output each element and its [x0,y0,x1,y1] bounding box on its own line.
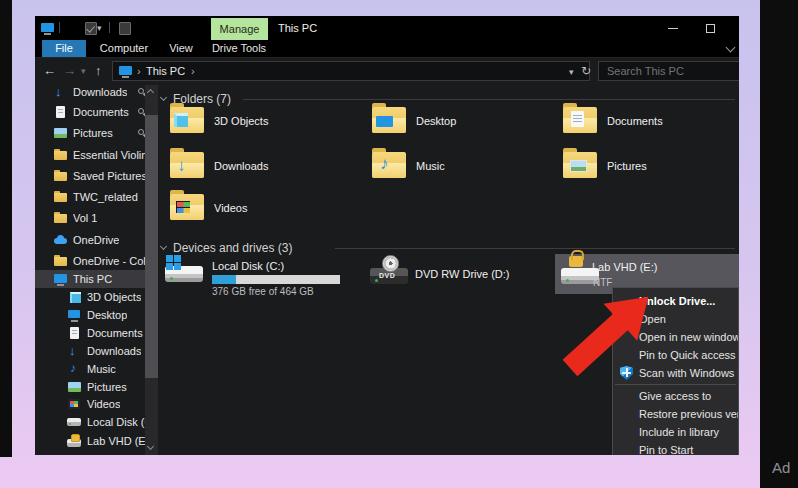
sidebar-item-onedrive-colant[interactable]: OneDrive - Colant [35,252,147,270]
desktop-icon [67,308,82,322]
folder-tile-pictures[interactable]: Pictures [563,148,739,184]
disk-capacity-text: 376 GB free of 464 GB [212,286,314,297]
qat-dropdown-caret-icon[interactable]: ▾ [97,23,102,33]
this-pc-icon [40,21,55,35]
picture-icon [570,160,587,172]
sidebar-item-twc-related[interactable]: TWC_related [35,188,147,206]
download-icon [53,85,68,99]
section-rule [243,99,735,100]
disc-icon [382,255,399,272]
sidebar-item-downloads[interactable]: Downloads [35,83,147,101]
disk-capacity-bar [212,275,340,284]
sidebar-item-saved-pictures[interactable]: Saved Pictures [35,167,147,185]
folder-tile-desktop[interactable]: Desktop [372,103,562,139]
folders-collapse-chevron-icon[interactable] [160,94,167,101]
folder-icon [53,148,68,162]
picture-icon [67,380,82,394]
music-icon [67,362,82,376]
breadcrumb-this-pc[interactable]: This PC [146,65,185,77]
sidebar-scrollbar-thumb[interactable] [145,115,158,378]
sidebar-item-lab-vhd-e[interactable]: Lab VHD (E:) [35,432,147,450]
document-icon [53,105,68,119]
folder-icon [563,107,597,133]
disk-capacity-bar-fill [212,275,236,284]
red-annotation-arrow [560,278,700,393]
desktop-icon [376,116,393,127]
sidebar-item-music[interactable]: Music [35,360,147,378]
sidebar-item-this-pc[interactable]: This PC [35,270,147,288]
sidebar-item-onedrive[interactable]: OneDrive [35,231,147,249]
menu-item-restore-versions[interactable]: Restore previous versions [613,405,738,423]
forward-button[interactable]: → [63,63,76,78]
refresh-icon[interactable]: ↻ [581,64,591,78]
folder-icon [53,169,68,183]
qat-separator [109,22,110,33]
tab-file[interactable]: File [42,40,86,57]
video-icon [67,397,82,411]
explorer-window: ▾ Manage This PC File Computer View Driv… [35,16,739,455]
lock-icon [569,256,583,267]
computer-icon [53,272,68,286]
tab-drive-tools[interactable]: Drive Tools [207,40,271,57]
breadcrumb-separator: › [137,65,141,77]
drive-tile-local-disk-c[interactable]: Local Disk (C:) 376 GB free of 464 GB [163,256,363,296]
sidebar-item-downloads-pc[interactable]: Downloads [35,342,147,360]
video-icon [176,201,190,213]
back-button[interactable]: ← [43,63,56,78]
new-folder-icon[interactable] [117,21,132,35]
devices-section-header[interactable]: Devices and drives (3) [173,241,292,255]
devices-collapse-chevron-icon[interactable] [160,243,167,250]
folder-icon [53,190,68,204]
folder-tile-music[interactable]: ♪ Music [372,148,562,184]
folder-tile-documents[interactable]: Documents [563,103,739,139]
sidebar-item-videos[interactable]: Videos [35,395,147,413]
folder-tile-3d-objects[interactable]: 3D Objects [170,103,360,139]
cloud-icon [53,233,68,247]
sidebar-item-local-disk-c[interactable]: Local Disk (C:) [35,413,147,431]
sidebar-item-desktop[interactable]: Desktop [35,306,147,324]
breadcrumb-separator: › [191,65,195,77]
folder-icon [53,211,68,225]
tab-view[interactable]: View [159,40,203,57]
page-frame: Ad ▾ Manage This PC File Computer View D… [0,0,798,488]
menu-item-pin-to-start[interactable]: Pin to Start [613,441,738,455]
music-icon: ♪ [380,154,389,174]
3d-cube-icon [174,113,188,127]
sidebar-item-3d-objects[interactable]: 3D Objects [35,288,147,306]
sidebar-item-essential-violin[interactable]: Essential Violin V [35,146,147,164]
sidebar-item-vol-1[interactable]: Vol 1 [35,209,147,227]
download-icon: ↓ [177,157,186,174]
sidebar-item-documents-pc[interactable]: Documents [35,324,147,342]
history-dropdown-icon[interactable]: ▾ [81,66,86,76]
search-box[interactable] [598,61,739,81]
download-icon [67,344,82,358]
dvd-drive-icon: DVD [370,260,408,286]
address-dropdown-caret-icon[interactable]: ▾ [569,67,574,77]
left-black-strip [0,0,12,457]
folder-icon [53,254,68,268]
folder-icon [170,107,204,133]
sidebar-item-pictures[interactable]: Pictures [35,124,147,142]
folder-tile-downloads[interactable]: ↓ Downloads [170,148,360,184]
folder-icon [563,152,597,178]
sidebar-item-pictures-pc[interactable]: Pictures [35,378,147,396]
address-bar[interactable]: › This PC › ▾ ↻ [112,61,590,81]
ad-label: Ad [772,459,790,476]
locked-drive-icon [67,434,82,448]
picture-icon [53,126,68,140]
minimize-button[interactable] [657,16,688,40]
this-pc-icon [118,64,133,78]
search-input[interactable] [599,62,729,80]
sidebar-item-documents[interactable]: Documents [35,103,147,121]
drive-tile-dvd-d[interactable]: DVD DVD RW Drive (D:) [368,256,548,296]
tab-computer[interactable]: Computer [93,40,155,57]
manage-contextual-tab[interactable]: Manage [211,18,268,40]
folder-tile-videos[interactable]: Videos [170,190,360,226]
menu-item-include-library[interactable]: Include in library [613,423,738,441]
up-button[interactable]: ↑ [95,63,102,78]
properties-icon[interactable] [83,21,98,35]
right-black-strip [760,0,798,488]
maximize-button[interactable] [695,16,726,40]
document-icon [67,326,82,340]
folder-icon: ♪ [372,152,406,178]
